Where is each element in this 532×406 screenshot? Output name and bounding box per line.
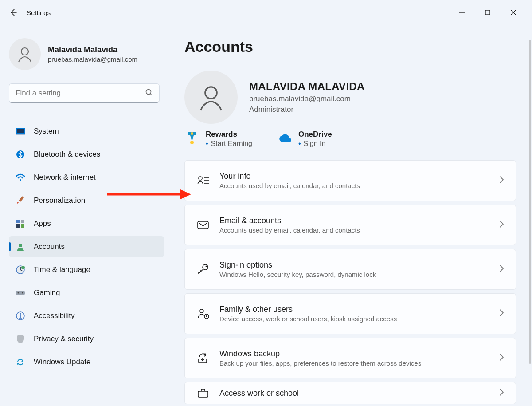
sidebar-item-update[interactable]: Windows Update [9, 351, 164, 373]
card-windows-backup[interactable]: Windows backup Back up your files, apps,… [184, 338, 516, 378]
sidebar-user-email: pruebas.malavida@gmail.com [48, 55, 137, 63]
tile-subtitle: •Sign In [298, 140, 332, 148]
card-title: Sign-in options [219, 260, 376, 270]
sidebar-item-label: Time & language [34, 265, 90, 274]
tile-onedrive[interactable]: OneDrive •Sign In [277, 130, 332, 148]
close-icon [510, 9, 516, 16]
titlebar: Settings [0, 0, 532, 25]
page-title: Accounts [184, 38, 516, 55]
svg-point-15 [19, 244, 22, 247]
sidebar-item-label: Privacy & security [34, 335, 94, 343]
app-title: Settings [27, 9, 51, 16]
card-email-accounts[interactable]: Email & accounts Accounts used by email,… [184, 205, 516, 245]
profile-display-name: MALAVIDA MALAVIDA [249, 80, 365, 93]
svg-point-22 [20, 313, 21, 315]
search-icon [145, 88, 153, 98]
person-icon [196, 83, 226, 112]
scrollbar-thumb[interactable] [529, 40, 531, 364]
svg-rect-10 [19, 196, 24, 202]
sidebar-item-label: Personalization [34, 196, 85, 205]
svg-point-20 [22, 292, 23, 294]
svg-point-19 [18, 292, 19, 294]
sidebar-user-name: Malavida Malavida [48, 45, 137, 55]
avatar[interactable] [184, 71, 238, 124]
profile-role: Administrator [249, 105, 365, 114]
sidebar-item-time[interactable]: Time & language [9, 259, 164, 280]
personalization-icon [15, 195, 26, 206]
card-signin-options[interactable]: Sign-in options Windows Hello, security … [184, 249, 516, 290]
settings-list: Your info Accounts used by email, calend… [184, 160, 516, 404]
svg-rect-14 [21, 224, 24, 228]
card-title: Your info [219, 172, 360, 181]
svg-rect-1 [485, 10, 490, 15]
svg-rect-12 [21, 220, 24, 223]
avatar [9, 38, 41, 70]
card-title: Family & other users [219, 305, 397, 314]
chevron-right-icon [499, 388, 504, 398]
card-your-info[interactable]: Your info Accounts used by email, calend… [184, 160, 516, 201]
sidebar-item-label: Accessibility [34, 311, 75, 320]
minimize-button[interactable] [457, 7, 467, 18]
sidebar-item-label: Windows Update [34, 358, 91, 367]
maximize-button[interactable] [482, 7, 493, 18]
sidebar: Malavida Malavida pruebas.malavida@gmail… [0, 25, 173, 406]
time-icon [15, 264, 26, 275]
svg-rect-11 [16, 220, 20, 223]
search-input[interactable] [16, 89, 145, 98]
svg-rect-7 [16, 134, 25, 135]
chevron-right-icon [499, 353, 504, 363]
card-subtitle: Device access, work or school users, kio… [219, 315, 397, 323]
sidebar-item-accounts[interactable]: Accounts [9, 236, 164, 257]
svg-rect-13 [16, 224, 20, 228]
svg-point-9 [20, 179, 21, 181]
search-box[interactable] [9, 83, 160, 103]
nav-list: System Bluetooth & devices Network & int… [9, 121, 164, 373]
update-icon [15, 357, 26, 367]
tile-title: OneDrive [298, 130, 332, 139]
svg-point-23 [205, 87, 217, 99]
sidebar-item-personalization[interactable]: Personalization [9, 190, 164, 211]
svg-line-4 [150, 94, 152, 95]
sidebar-item-bluetooth[interactable]: Bluetooth & devices [9, 144, 164, 165]
your-info-icon [196, 174, 210, 187]
person-icon [16, 45, 34, 63]
accessibility-icon [15, 311, 26, 321]
sidebar-item-label: Gaming [34, 288, 60, 297]
content-area: Accounts MALAVIDA MALAVIDA pruebas.malav… [173, 25, 532, 406]
close-button[interactable] [508, 7, 519, 18]
back-button[interactable] [4, 4, 22, 21]
scrollbar[interactable] [529, 40, 531, 406]
sidebar-item-system[interactable]: System [9, 121, 164, 142]
card-subtitle: Back up your files, apps, preferences to… [219, 359, 421, 367]
privacy-icon [15, 334, 26, 344]
sidebar-item-network[interactable]: Network & internet [9, 167, 164, 188]
card-work-school[interactable]: Access work or school [184, 382, 516, 404]
tile-rewards[interactable]: Rewards •Start Earning [184, 130, 252, 148]
svg-rect-18 [16, 291, 25, 295]
svg-point-34 [200, 309, 203, 313]
briefcase-icon [196, 386, 210, 400]
card-family-users[interactable]: Family & other users Device access, work… [184, 293, 516, 334]
card-title: Windows backup [219, 349, 421, 359]
backup-icon [196, 351, 210, 365]
card-title: Email & accounts [219, 216, 360, 225]
sidebar-item-label: Network & internet [34, 173, 96, 182]
card-subtitle: Windows Hello, security key, password, d… [219, 271, 376, 278]
chevron-right-icon [499, 264, 504, 274]
sidebar-item-accessibility[interactable]: Accessibility [9, 305, 164, 327]
sidebar-item-apps[interactable]: Apps [9, 213, 164, 234]
onedrive-icon [277, 131, 292, 146]
sidebar-item-gaming[interactable]: Gaming [9, 282, 164, 304]
network-icon [15, 172, 26, 183]
sidebar-item-privacy[interactable]: Privacy & security [9, 328, 164, 350]
svg-point-2 [21, 48, 28, 55]
accounts-icon [15, 241, 26, 252]
chevron-right-icon [499, 176, 504, 185]
svg-rect-37 [198, 391, 208, 397]
gaming-icon [15, 288, 26, 298]
system-icon [15, 126, 26, 137]
svg-point-26 [190, 141, 194, 144]
card-subtitle: Accounts used by email, calendar, and co… [219, 226, 360, 234]
sidebar-user-header[interactable]: Malavida Malavida pruebas.malavida@gmail… [9, 38, 164, 70]
quick-tiles: Rewards •Start Earning OneDrive •Sign In [184, 130, 516, 148]
